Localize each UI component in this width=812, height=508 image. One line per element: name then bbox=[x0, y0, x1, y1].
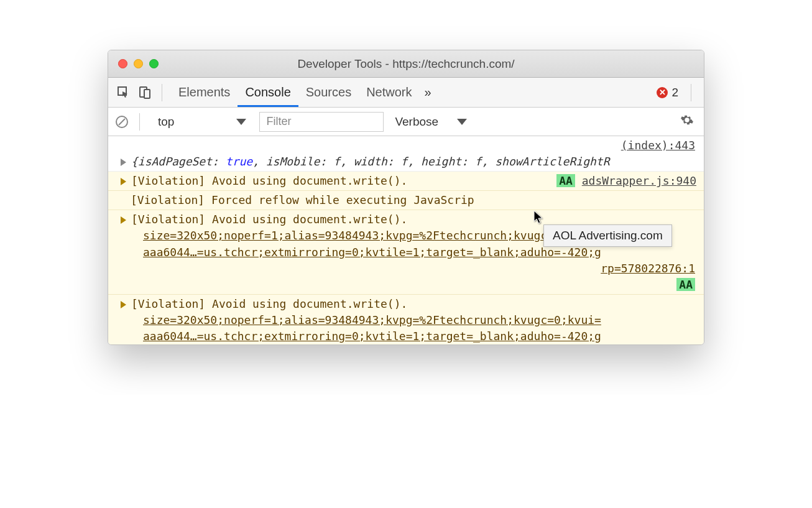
zoom-icon[interactable] bbox=[149, 59, 159, 68]
error-count: 2 bbox=[671, 86, 678, 99]
console-row: [Violation] Avoid using document.write()… bbox=[108, 172, 704, 191]
svg-rect-2 bbox=[144, 90, 150, 98]
disclosure-triangle-icon[interactable] bbox=[121, 178, 126, 185]
attribution-badge[interactable]: AA bbox=[556, 174, 575, 187]
source-link[interactable]: rp=578022876:1 bbox=[601, 262, 695, 275]
separator bbox=[139, 113, 140, 131]
chevron-down-icon bbox=[457, 119, 467, 125]
source-link[interactable]: aaa6044…=us.tchcr;extmirroring=0;kvtile=… bbox=[143, 330, 601, 343]
disclosure-triangle-icon[interactable] bbox=[121, 216, 126, 224]
log-object[interactable]: {isAdPageSet: true, isMobile: f, width: … bbox=[131, 155, 609, 168]
disclosure-triangle-icon[interactable] bbox=[121, 159, 126, 166]
tabs-overflow-icon[interactable]: » bbox=[420, 85, 436, 99]
log-level-selector[interactable]: Verbose bbox=[390, 113, 472, 131]
traffic-lights bbox=[108, 59, 159, 68]
inspect-icon[interactable] bbox=[116, 85, 132, 101]
attribution-badge[interactable]: AA bbox=[676, 278, 695, 291]
log-message: [Violation] Forced reflow while executin… bbox=[131, 193, 474, 206]
source-link[interactable]: size=320x50;noperf=1;alias=93484943;kvpg… bbox=[143, 313, 601, 326]
gear-icon[interactable] bbox=[680, 113, 696, 131]
log-message: [Violation] Avoid using document.write()… bbox=[131, 213, 407, 226]
close-icon[interactable] bbox=[118, 59, 127, 68]
error-icon: ✕ bbox=[657, 87, 668, 98]
source-link[interactable]: adsWrapper.js:940 bbox=[582, 174, 696, 187]
tab-elements[interactable]: Elements bbox=[171, 78, 238, 107]
filter-input[interactable] bbox=[259, 112, 384, 132]
context-selector[interactable]: top bbox=[151, 113, 253, 131]
attribution-tooltip: AOL Advertising.com bbox=[543, 224, 672, 247]
clear-console-icon[interactable] bbox=[116, 116, 128, 128]
console-row: [Violation] Forced reflow while executin… bbox=[108, 191, 704, 210]
source-link[interactable]: (index):443 bbox=[621, 139, 695, 152]
console-row: [Violation] Avoid using document.write()… bbox=[108, 210, 704, 294]
source-link[interactable]: aaa6044…=us.tchcr;extmirroring=0;kvtile=… bbox=[143, 246, 601, 259]
console-toolbar: top Verbose bbox=[108, 108, 704, 136]
log-message: [Violation] Avoid using document.write()… bbox=[131, 174, 407, 187]
device-toggle-icon[interactable] bbox=[137, 85, 153, 101]
console-row: (index):443 {isAdPageSet: true, isMobile… bbox=[108, 136, 704, 172]
separator bbox=[162, 84, 162, 101]
chevron-down-icon bbox=[236, 119, 246, 125]
minimize-icon[interactable] bbox=[134, 59, 143, 68]
context-value: top bbox=[158, 115, 174, 129]
error-indicator[interactable]: ✕ 2 bbox=[657, 86, 682, 99]
source-link[interactable]: size=320x50;noperf=1;alias=93484943;kvpg… bbox=[143, 229, 601, 242]
titlebar: Developer Tools - https://techcrunch.com… bbox=[108, 50, 704, 78]
disclosure-triangle-icon[interactable] bbox=[121, 301, 126, 308]
log-message: [Violation] Avoid using document.write()… bbox=[131, 297, 407, 310]
log-level-value: Verbose bbox=[395, 115, 438, 129]
devtools-window: Developer Tools - https://techcrunch.com… bbox=[108, 50, 704, 345]
tab-console[interactable]: Console bbox=[238, 78, 298, 107]
window-title: Developer Tools - https://techcrunch.com… bbox=[108, 57, 704, 71]
tab-sources[interactable]: Sources bbox=[298, 78, 359, 107]
tab-network[interactable]: Network bbox=[359, 78, 419, 107]
console-row: [Violation] Avoid using document.write()… bbox=[108, 295, 704, 344]
separator bbox=[691, 84, 691, 101]
tabbar: Elements Console Sources Network » ✕ 2 bbox=[108, 78, 704, 108]
